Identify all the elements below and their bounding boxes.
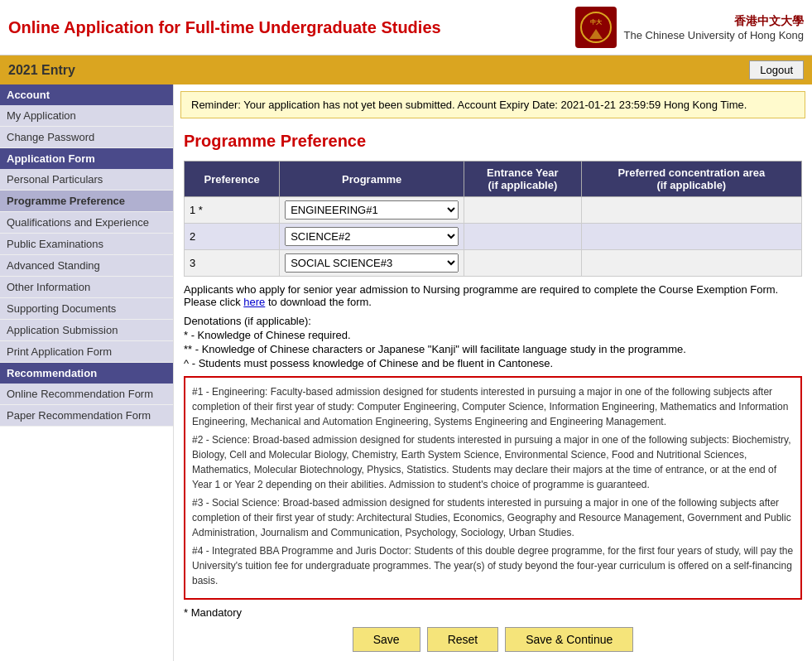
pref-3-select[interactable]: ENGINEERING#1 SCIENCE#2 SOCIAL SCIENCE#3 — [285, 253, 459, 273]
notes-box: #1 - Engineering: Faculty-based admissio… — [184, 376, 802, 600]
sidebar-section-application-form: Application Form — [0, 148, 173, 169]
sidebar-item-my-application[interactable]: My Application — [0, 105, 173, 127]
nursing-note: Applicants who apply for senior year adm… — [184, 283, 802, 308]
table-row: 2 ENGINEERING#1 SCIENCE#2 SOCIAL SCIENCE… — [185, 224, 802, 250]
note-3: #3 - Social Science: Broad-based admissi… — [192, 495, 794, 540]
sidebar-item-print-application[interactable]: Print Application Form — [0, 341, 173, 363]
preference-table: Preference Programme Entrance Year(if ap… — [184, 161, 802, 277]
svg-text:中大: 中大 — [590, 18, 603, 25]
sidebar-item-online-recommendation[interactable]: Online Recommendation Form — [0, 384, 173, 405]
denotations-section: Denotations (if applicable): * - Knowled… — [184, 315, 802, 369]
mandatory-label: * Mandatory — [184, 606, 802, 619]
year-bar-title: 2021 Entry — [8, 63, 75, 78]
sidebar-item-supporting-documents[interactable]: Supporting Documents — [0, 298, 173, 320]
reset-button[interactable]: Reset — [427, 627, 499, 652]
pref-1-programme-cell: ENGINEERING#1 SCIENCE#2 SOCIAL SCIENCE#3 — [280, 197, 464, 224]
sidebar-item-personal-particulars[interactable]: Personal Particulars — [0, 169, 173, 191]
sidebar: Account My Application Change Password A… — [0, 84, 174, 661]
note-4: #4 - Integrated BBA Programme and Juris … — [192, 543, 794, 588]
pref-1-entrance-year — [464, 197, 582, 224]
denotation-3: ^ - Students must possess knowledge of C… — [184, 357, 802, 369]
sidebar-item-change-password[interactable]: Change Password — [0, 127, 173, 148]
pref-2-select[interactable]: ENGINEERING#1 SCIENCE#2 SOCIAL SCIENCE#3 — [285, 227, 459, 246]
pref-2-entrance-year — [464, 224, 582, 250]
pref-3-label: 3 — [185, 250, 280, 277]
col-entrance-year: Entrance Year(if applicable) — [464, 162, 582, 197]
note-1: #1 - Engineering: Faculty-based admissio… — [192, 384, 794, 429]
logo-text: 香港中文大學 The Chinese University of Hong Ko… — [623, 14, 804, 41]
university-logo: 中大 香港中文大學 The Chinese University of Hong… — [575, 7, 804, 48]
save-continue-button[interactable]: Save & Continue — [505, 627, 633, 652]
table-row: 3 ENGINEERING#1 SCIENCE#2 SOCIAL SCIENCE… — [185, 250, 802, 277]
col-programme: Programme — [280, 162, 464, 197]
sidebar-item-qualifications[interactable]: Qualifications and Experience — [0, 212, 173, 234]
pref-3-programme-cell: ENGINEERING#1 SCIENCE#2 SOCIAL SCIENCE#3 — [280, 250, 464, 277]
note-2: #2 - Science: Broad-based admission desi… — [192, 432, 794, 492]
year-bar: 2021 Entry Logout — [0, 55, 812, 84]
pref-1-concentration — [581, 197, 801, 224]
logout-button[interactable]: Logout — [749, 60, 804, 80]
sidebar-item-other-information[interactable]: Other Information — [0, 277, 173, 298]
table-row: 1 * ENGINEERING#1 SCIENCE#2 SOCIAL SCIEN… — [185, 197, 802, 224]
denotations-title: Denotations (if applicable): — [184, 315, 802, 327]
sidebar-item-programme-preference[interactable]: Programme Preference — [0, 191, 173, 212]
sidebar-section-recommendation: Recommendation — [0, 363, 173, 384]
denotation-1: * - Knowledge of Chinese required. — [184, 329, 802, 341]
sidebar-item-public-examinations[interactable]: Public Examinations — [0, 234, 173, 255]
denotation-2: ** - Knowledge of Chinese characters or … — [184, 343, 802, 355]
page-header-title: Online Application for Full-time Undergr… — [8, 18, 441, 37]
header: Online Application for Full-time Undergr… — [0, 0, 812, 55]
pref-1-select[interactable]: ENGINEERING#1 SCIENCE#2 SOCIAL SCIENCE#3 — [285, 200, 459, 220]
col-preference: Preference — [185, 162, 280, 197]
logo-zh: 香港中文大學 — [623, 14, 804, 29]
here-link[interactable]: here — [243, 296, 265, 308]
sidebar-item-paper-recommendation[interactable]: Paper Recommendation Form — [0, 405, 173, 427]
logo-en: The Chinese University of Hong Kong — [623, 29, 804, 41]
logo-image: 中大 — [575, 7, 617, 48]
pref-3-concentration — [581, 250, 801, 277]
main-content: Reminder: Your application has not yet b… — [174, 84, 812, 661]
pref-3-entrance-year — [464, 250, 582, 277]
main-layout: Account My Application Change Password A… — [0, 84, 812, 661]
pref-1-label: 1 * — [185, 197, 280, 224]
page-title: Programme Preference — [174, 125, 812, 154]
pref-2-label: 2 — [185, 224, 280, 250]
pref-2-programme-cell: ENGINEERING#1 SCIENCE#2 SOCIAL SCIENCE#3 — [280, 224, 464, 250]
reminder-box: Reminder: Your application has not yet b… — [180, 91, 805, 118]
action-buttons: Save Reset Save & Continue — [184, 627, 802, 652]
sidebar-section-account: Account — [0, 84, 173, 105]
pref-2-concentration — [581, 224, 801, 250]
save-button[interactable]: Save — [353, 627, 420, 652]
sidebar-item-advanced-standing[interactable]: Advanced Standing — [0, 255, 173, 277]
sidebar-item-application-submission[interactable]: Application Submission — [0, 320, 173, 341]
col-concentration: Preferred concentration area(if applicab… — [581, 162, 801, 197]
